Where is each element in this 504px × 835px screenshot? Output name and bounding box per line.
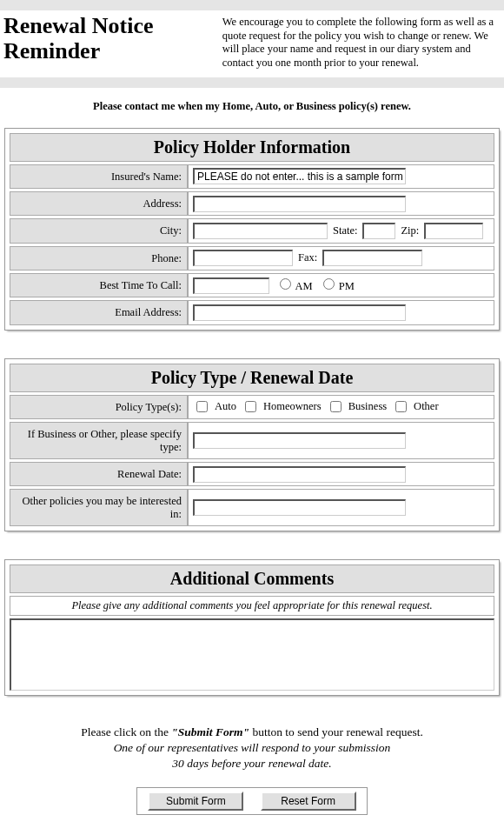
label-checkbox-other: Other bbox=[414, 400, 438, 413]
reset-button[interactable]: Reset Form bbox=[261, 792, 356, 811]
footer-line1-pre: Please click on the bbox=[81, 725, 171, 738]
input-insured-name[interactable] bbox=[193, 168, 406, 184]
label-specify: If Business or Other, please specify typ… bbox=[10, 422, 188, 459]
input-specify[interactable] bbox=[193, 432, 406, 449]
input-state[interactable] bbox=[362, 223, 395, 239]
input-best-time[interactable] bbox=[193, 277, 269, 294]
button-row: Submit Form Reset Form bbox=[0, 788, 504, 830]
footer-line2: One of our representatives will respond … bbox=[114, 741, 391, 754]
label-address: Address: bbox=[10, 191, 188, 216]
label-checkbox-business: Business bbox=[348, 400, 387, 413]
policy-type-panel: Policy Type / Renewal Date Policy Type(s… bbox=[5, 359, 499, 531]
label-phone: Phone: bbox=[10, 246, 188, 271]
checkbox-auto[interactable] bbox=[196, 401, 208, 412]
footer-line1-post: button to send your renewal request. bbox=[249, 725, 423, 738]
input-city[interactable] bbox=[193, 223, 328, 239]
label-insured-name: Insured's Name: bbox=[10, 164, 188, 189]
top-gray-bar bbox=[0, 0, 504, 10]
input-zip[interactable] bbox=[424, 223, 483, 239]
label-fax: Fax: bbox=[298, 251, 317, 264]
label-city: City: bbox=[10, 218, 188, 243]
label-state: State: bbox=[333, 224, 357, 237]
label-other-policies: Other policies you may be interested in: bbox=[10, 489, 188, 526]
input-fax[interactable] bbox=[322, 250, 422, 266]
input-phone[interactable] bbox=[193, 250, 293, 266]
footer-text: Please click on the "Submit Form" button… bbox=[0, 725, 504, 788]
radio-pm[interactable] bbox=[323, 278, 335, 290]
footer-line3: 30 days before your renewal date. bbox=[172, 757, 331, 770]
input-address[interactable] bbox=[193, 196, 406, 212]
checkbox-other[interactable] bbox=[395, 401, 407, 412]
label-email: Email Address: bbox=[10, 300, 188, 324]
page-header: Renewal Notice Reminder We encourage you… bbox=[0, 10, 504, 77]
checkbox-homeowners[interactable] bbox=[245, 401, 256, 412]
comments-heading: Additional Comments bbox=[10, 564, 494, 593]
footer-line1-bold: "Submit Form" bbox=[171, 725, 249, 738]
label-policy-types: Policy Type(s): bbox=[10, 395, 188, 419]
label-best-time: Best Time To Call: bbox=[10, 273, 188, 297]
policy-type-heading: Policy Type / Renewal Date bbox=[10, 364, 494, 392]
separator-bar bbox=[0, 77, 504, 88]
page-description: We encourage you to complete the followi… bbox=[222, 14, 501, 70]
label-checkbox-homeowners: Homeowners bbox=[263, 400, 322, 413]
input-email[interactable] bbox=[193, 304, 406, 321]
policy-holder-panel: Policy Holder Information Insured's Name… bbox=[5, 129, 499, 330]
label-checkbox-auto: Auto bbox=[215, 400, 236, 413]
radio-am[interactable] bbox=[280, 278, 291, 290]
textarea-comments[interactable] bbox=[11, 620, 494, 690]
radio-pm-label: PM bbox=[318, 278, 355, 293]
checkbox-business[interactable] bbox=[330, 401, 342, 412]
label-renewal-date: Renewal Date: bbox=[10, 462, 188, 486]
submit-button[interactable]: Submit Form bbox=[148, 792, 243, 811]
input-renewal-date[interactable] bbox=[193, 466, 406, 483]
label-zip: Zip: bbox=[401, 224, 419, 237]
input-other-policies[interactable] bbox=[193, 499, 406, 516]
radio-am-label: AM bbox=[275, 278, 313, 293]
comments-panel: Additional Comments Please give any addi… bbox=[5, 560, 499, 695]
page-title: Renewal Notice Reminder bbox=[3, 14, 222, 70]
policy-holder-heading: Policy Holder Information bbox=[10, 133, 494, 162]
comments-instruction: Please give any additional comments you … bbox=[10, 596, 494, 616]
contact-instruction: Please contact me when my Home, Auto, or… bbox=[0, 88, 504, 129]
